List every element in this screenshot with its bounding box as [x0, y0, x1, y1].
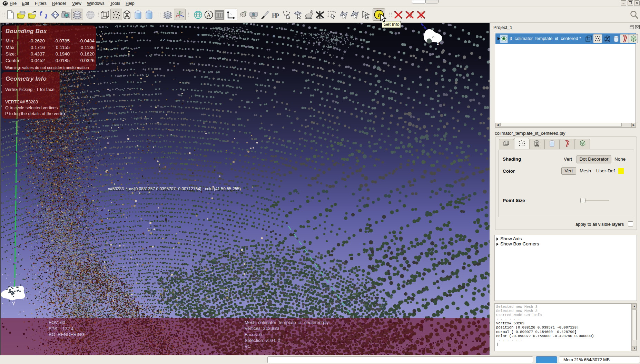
svg-text:Y: Y	[12, 301, 15, 306]
svg-text:x: x	[183, 16, 184, 18]
svg-text:P: P	[275, 11, 279, 20]
svg-text:Raster: Raster	[251, 17, 256, 19]
svg-text:y: y	[180, 10, 181, 12]
svg-text:GEOREF: GEOREF	[305, 17, 312, 19]
svg-text:GEOREF: GEOREF	[316, 18, 324, 20]
svg-text:z: z	[176, 14, 177, 16]
svg-text:A: A	[207, 12, 211, 18]
svg-text:z: z	[437, 41, 439, 46]
